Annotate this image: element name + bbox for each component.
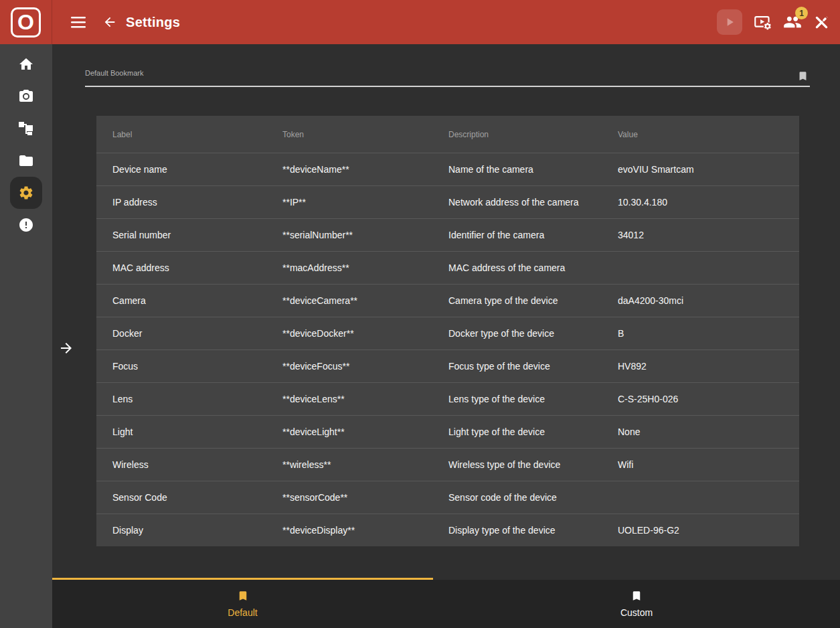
cell-label: Docker xyxy=(96,328,266,339)
table-row: Lens **deviceLens** Lens type of the dev… xyxy=(96,382,799,415)
cell-token: **serialNumber** xyxy=(266,230,432,240)
cell-value: C-S-25H0-026 xyxy=(602,394,799,404)
tab-default[interactable]: Default xyxy=(52,580,433,628)
tree-icon xyxy=(18,121,34,137)
cell-label: MAC address xyxy=(96,262,266,273)
column-header-token: Token xyxy=(266,130,432,139)
table-row: Display **deviceDisplay** Display type o… xyxy=(96,514,799,546)
sidebar-item-files[interactable] xyxy=(10,145,42,177)
cell-token: **deviceDocker** xyxy=(266,328,432,339)
tab-custom-label: Custom xyxy=(620,607,653,618)
cell-description: Light type of the device xyxy=(432,426,602,437)
folder-icon xyxy=(18,153,34,169)
tab-default-label: Default xyxy=(228,607,257,618)
cell-label: Display xyxy=(96,525,266,536)
app-logo: O xyxy=(0,0,52,44)
cell-token: **deviceLens** xyxy=(266,394,432,404)
cell-description: Wireless type of the device xyxy=(432,459,602,470)
cell-token: **wireless** xyxy=(266,459,432,470)
menu-button[interactable] xyxy=(71,17,86,28)
column-header-label: Label xyxy=(96,130,266,139)
cell-value: daA4200-30mci xyxy=(602,295,799,306)
video-settings-button[interactable] xyxy=(754,13,772,31)
logo-letter: O xyxy=(17,11,34,33)
cell-description: Sensor code of the device xyxy=(432,492,602,503)
bottom-tab-bar: Default Custom xyxy=(52,580,840,628)
play-button[interactable] xyxy=(717,9,742,35)
bookmark-icon xyxy=(797,70,809,82)
table-row: Camera **deviceCamera** Camera type of t… xyxy=(96,284,799,317)
table-row: Wireless **wireless** Wireless type of t… xyxy=(96,448,799,481)
cell-token: **deviceLight** xyxy=(266,426,432,437)
table-row: IP address **IP** Network address of the… xyxy=(96,185,799,218)
camera-icon xyxy=(18,88,34,104)
table-row: Light **deviceLight** Light type of the … xyxy=(96,415,799,448)
cell-label: Light xyxy=(96,426,266,437)
main-content: Default Bookmark Label Token Description… xyxy=(52,44,840,628)
tokens-table: Label Token Description Value Device nam… xyxy=(96,116,799,546)
cell-value: 10.30.4.180 xyxy=(602,197,799,208)
logo-frame: O xyxy=(11,7,41,37)
cell-value: UOLED-96-G2 xyxy=(602,525,799,536)
crossed-tools-icon xyxy=(813,14,830,31)
cell-label: Lens xyxy=(96,394,266,404)
cell-label: Device name xyxy=(96,164,266,175)
cell-token: **deviceName** xyxy=(266,164,432,175)
cell-label: Wireless xyxy=(96,459,266,470)
cell-label: Camera xyxy=(96,295,266,306)
cell-value: B xyxy=(602,328,799,339)
table-body: Device name **deviceName** Name of the c… xyxy=(96,153,799,546)
cell-token: **deviceFocus** xyxy=(266,361,432,372)
play-icon xyxy=(723,15,736,29)
back-button[interactable] xyxy=(102,15,117,29)
column-header-value: Value xyxy=(602,130,799,139)
cell-value: Wifi xyxy=(602,459,799,470)
cell-description: Identifier of the camera xyxy=(432,230,602,240)
default-bookmark-field: Default Bookmark xyxy=(85,68,810,87)
cell-description: Name of the camera xyxy=(432,164,602,175)
cell-label: IP address xyxy=(96,197,266,208)
gear-icon xyxy=(18,185,34,201)
tools-button[interactable] xyxy=(813,14,830,31)
tab-custom[interactable]: Custom xyxy=(433,580,840,628)
hamburger-icon xyxy=(71,17,86,28)
table-row: Serial number **serialNumber** Identifie… xyxy=(96,218,799,251)
users-button[interactable]: 1 xyxy=(783,13,802,31)
cell-description: Network address of the camera xyxy=(432,197,602,208)
sidebar-item-settings[interactable] xyxy=(10,177,42,209)
cell-value: evoVIU Smartcam xyxy=(602,164,799,175)
bookmark-icon xyxy=(237,590,249,602)
sidebar-item-home[interactable] xyxy=(10,48,42,80)
sidebar-item-camera[interactable] xyxy=(10,80,42,112)
cell-description: Focus type of the device xyxy=(432,361,602,372)
bookmark-field-button[interactable] xyxy=(797,70,809,82)
cell-token: **IP** xyxy=(266,197,432,208)
sidebar-item-device-tree[interactable] xyxy=(10,112,42,145)
cell-value: HV892 xyxy=(602,361,799,372)
cell-description: Lens type of the device xyxy=(432,394,602,404)
cell-description: Docker type of the device xyxy=(432,328,602,339)
error-icon xyxy=(18,217,34,233)
table-row: Focus **deviceFocus** Focus type of the … xyxy=(96,349,799,382)
left-sidebar xyxy=(0,44,52,628)
top-app-bar: O Settings xyxy=(0,0,840,44)
expand-drawer-button[interactable] xyxy=(58,340,74,356)
cell-token: **sensorCode** xyxy=(266,492,432,503)
cell-value: None xyxy=(602,426,799,437)
cell-token: **deviceCamera** xyxy=(266,295,432,306)
video-settings-icon xyxy=(754,13,772,31)
table-row: Device name **deviceName** Name of the c… xyxy=(96,153,799,185)
home-icon xyxy=(18,56,34,72)
cell-token: **macAddress** xyxy=(266,262,432,273)
cell-token: **deviceDisplay** xyxy=(266,525,432,536)
cell-label: Sensor Code xyxy=(96,492,266,503)
arrow-right-icon xyxy=(58,340,74,356)
topbar-actions: 1 xyxy=(717,9,840,35)
cell-value: 34012 xyxy=(602,230,799,240)
bookmark-icon xyxy=(631,590,643,602)
sidebar-item-alerts[interactable] xyxy=(10,209,42,241)
arrow-left-icon xyxy=(102,15,117,29)
page-title: Settings xyxy=(126,15,180,30)
users-badge: 1 xyxy=(795,7,808,19)
table-row: Docker **deviceDocker** Docker type of t… xyxy=(96,317,799,349)
